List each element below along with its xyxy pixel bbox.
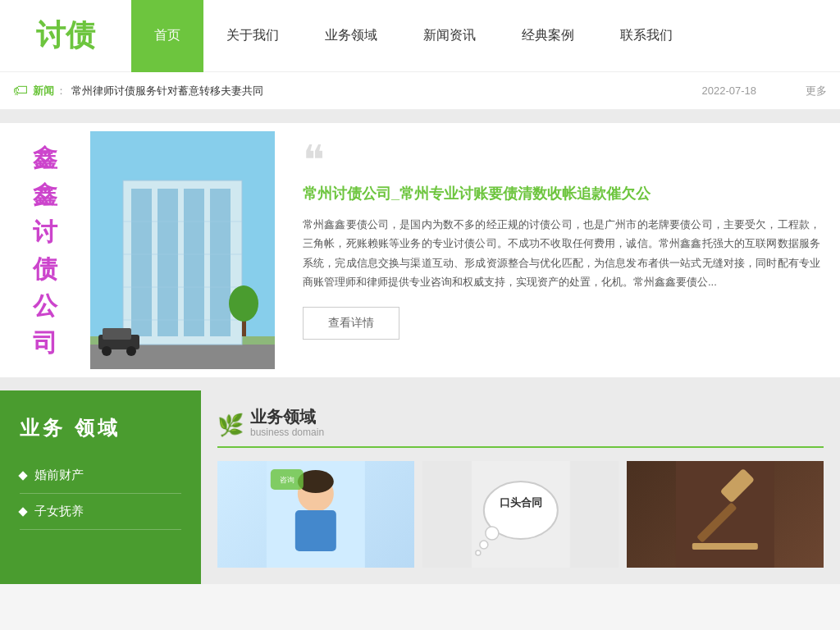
leaf-icon: 🌿 <box>217 413 244 438</box>
nav-item-about[interactable]: 关于我们 <box>203 0 302 72</box>
news-more[interactable]: 更多 <box>806 84 827 98</box>
main-section: 鑫 鑫 讨 债 公 司 <box>0 110 840 390</box>
business-sidebar: 业务 领域 婚前财产 子女抚养 <box>0 390 201 584</box>
contract-illustration: 口头合同 <box>422 461 619 568</box>
news-label: 新闻 <box>33 84 54 98</box>
bottom-section: 业务 领域 婚前财产 子女抚养 🌿 业务领域 business domain <box>0 390 840 584</box>
news-tag-icon: 🏷 <box>13 82 28 99</box>
card-item-3[interactable] <box>627 461 824 568</box>
company-card: 鑫 鑫 讨 债 公 司 <box>0 123 840 377</box>
svg-point-16 <box>126 346 136 356</box>
sidebar-item-marriage[interactable]: 婚前财产 <box>20 458 181 494</box>
section-title-cn: 业务领域 <box>250 407 324 427</box>
svg-text:咨询: 咨询 <box>280 476 294 484</box>
section-header: 🌿 业务领域 business domain <box>217 407 824 448</box>
sidebar-item-child[interactable]: 子女抚养 <box>20 494 181 530</box>
business-sidebar-title: 业务 领域 <box>20 415 181 441</box>
gavel-illustration <box>627 461 824 568</box>
company-image <box>90 131 275 369</box>
company-sidebar: 鑫 鑫 讨 债 公 司 <box>0 123 90 377</box>
detail-button[interactable]: 查看详情 <box>303 307 399 340</box>
svg-rect-7 <box>184 189 204 336</box>
section-title-en: business domain <box>250 427 324 438</box>
company-desc: 常州鑫鑫要债公司，是国内为数不多的经正规的讨债公司，也是广州市的老牌要债公司，主… <box>303 215 820 292</box>
diamond-icon-1 <box>18 471 27 480</box>
news-bar: 🏷 新闻 ： 常州律师讨债服务针对蓄意转移夫妻共同 2022-07-18 更多 <box>0 72 840 110</box>
svg-rect-5 <box>131 189 152 336</box>
logo-text: 讨债 <box>36 16 95 56</box>
company-info: ❝ 常州讨债公司_常州专业讨账要债清数收帐追款催欠公 常州鑫鑫要债公司，是国内为… <box>283 123 840 377</box>
nav-item-home[interactable]: 首页 <box>131 0 203 72</box>
svg-point-15 <box>102 346 112 356</box>
quote-mark: ❝ <box>303 139 820 180</box>
nav-item-news[interactable]: 新闻资讯 <box>400 0 499 72</box>
company-title: 常州讨债公司_常州专业讨账要债清数收帐追款催欠公 <box>303 184 820 203</box>
company-image-container <box>90 131 275 369</box>
business-main: 🌿 业务领域 business domain 咨询 <box>201 390 840 584</box>
svg-rect-6 <box>158 189 178 336</box>
svg-rect-14 <box>103 328 131 340</box>
cards-row: 咨询 口头合同 <box>217 461 824 568</box>
svg-point-30 <box>476 550 481 555</box>
svg-point-18 <box>229 285 258 322</box>
main-nav: 首页 关于我们 业务领域 新闻资讯 经典案例 联系我们 <box>131 0 696 71</box>
svg-point-28 <box>486 527 499 540</box>
svg-rect-34 <box>692 543 758 550</box>
consultation-illustration: 咨询 <box>217 461 414 568</box>
section-title-block: 业务领域 business domain <box>250 407 324 438</box>
card-item-2[interactable]: 口头合同 <box>422 461 619 568</box>
building-illustration <box>90 131 275 369</box>
svg-rect-22 <box>295 510 336 551</box>
card-item-1[interactable]: 咨询 <box>217 461 414 568</box>
nav-item-contact[interactable]: 联系我们 <box>597 0 696 72</box>
svg-text:口头合同: 口头合同 <box>500 496 542 509</box>
news-colon: ： <box>56 84 66 98</box>
header: 讨债 首页 关于我们 业务领域 新闻资讯 经典案例 联系我们 <box>0 0 840 72</box>
nav-item-cases[interactable]: 经典案例 <box>499 0 597 72</box>
diamond-icon-2 <box>18 507 27 516</box>
logo-area: 讨债 <box>0 16 131 56</box>
svg-rect-8 <box>210 189 231 336</box>
nav-item-services[interactable]: 业务领域 <box>302 0 400 72</box>
news-title[interactable]: 常州律师讨债服务针对蓄意转移夫妻共同 <box>71 84 653 98</box>
company-sidebar-text: 鑫 鑫 讨 债 公 司 <box>33 139 57 361</box>
svg-point-29 <box>480 541 488 549</box>
news-date: 2022-07-18 <box>702 84 757 97</box>
